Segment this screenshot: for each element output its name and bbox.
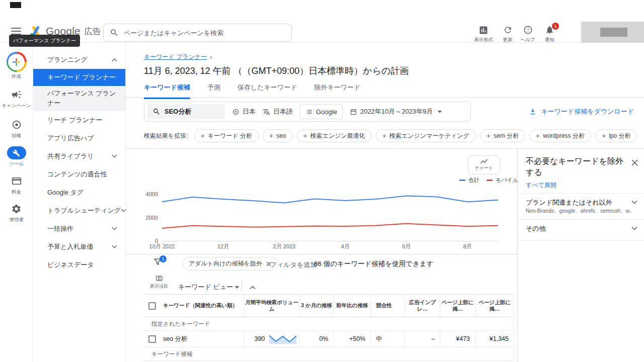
- sidebar-item-app-ads-hub[interactable]: アプリ広告ハブ: [33, 129, 125, 147]
- global-search[interactable]: [103, 24, 292, 42]
- chevron-down-icon: [112, 227, 117, 230]
- col-yoy[interactable]: 前年比の推移: [333, 295, 370, 317]
- display-format-button[interactable]: 表示形式: [472, 25, 495, 43]
- expand-chip[interactable]: +lpo 分析: [595, 129, 637, 142]
- sidebar-item-business-data[interactable]: ビジネスデータ: [33, 256, 125, 274]
- rail-item-goals[interactable]: 目標: [0, 119, 33, 139]
- gear-icon: [11, 204, 22, 214]
- rail-item-admin[interactable]: 管理者: [0, 204, 33, 223]
- add-filter-button[interactable]: フィルタを追加: [270, 260, 317, 269]
- refine-group-brand[interactable]: ブランド関連またはそれ以外 Non-Brands、google、ahrefs、s…: [518, 198, 644, 218]
- table-header-row: キーワード（関連性の高い順） 月間平均検索ボリューム 3 か月の推移 前年比の推…: [143, 294, 514, 317]
- section-keyword-ideas: キーワード候補: [143, 347, 514, 361]
- cell-3-month: 0%: [299, 331, 334, 347]
- notification-badge: 1: [552, 23, 559, 30]
- date-range-selector[interactable]: 2022年10月～2023年9月: [350, 107, 442, 116]
- col-top-high[interactable]: ページ上部に掲…: [475, 295, 514, 317]
- svg-text:?: ?: [527, 28, 529, 33]
- keyword-search-input[interactable]: [165, 108, 220, 116]
- line-chart-icon: [480, 159, 488, 164]
- search-icon: [152, 108, 160, 116]
- rail-item-billing[interactable]: 料金: [0, 175, 33, 195]
- expand-chip[interactable]: +wordpress 分析: [529, 129, 591, 142]
- breadcrumb: キーワード プランナー ›: [144, 53, 212, 61]
- expand-chip[interactable]: +検索エンジンマーケティング: [376, 129, 476, 142]
- sidebar-section-bulk-actions[interactable]: 一括操作: [33, 220, 125, 238]
- chevron-down-icon: [112, 154, 117, 158]
- expand-chip[interactable]: +検索エンジン最適化: [297, 129, 372, 142]
- download-button[interactable]: キーワード候補をダウンロード: [529, 107, 634, 116]
- expand-chip[interactable]: +seo: [263, 129, 293, 142]
- x-axis-tick: 4月: [341, 243, 350, 250]
- legend-total[interactable]: 合計: [459, 176, 479, 184]
- view-selector[interactable]: キーワード ビュー: [178, 283, 239, 292]
- sidebar-item-reach-planner[interactable]: リーチ プランナー: [33, 111, 125, 129]
- sidebar-section-planning[interactable]: プランニング: [33, 51, 125, 69]
- panel-divider: [518, 193, 644, 194]
- sidebar-section-shared-library[interactable]: 共有ライブラリ: [33, 147, 125, 165]
- billing-card-icon: [11, 175, 22, 187]
- sidebar-item-performance-planner[interactable]: パフォーマンス プランナー: [33, 86, 125, 111]
- menu-icon[interactable]: [11, 28, 21, 35]
- panel-divider: [518, 219, 644, 220]
- refine-group-other[interactable]: その他: [518, 224, 644, 238]
- rail-item-campaigns[interactable]: キャンペーン: [0, 89, 33, 109]
- col-top-low[interactable]: ページ上部に掲…: [440, 295, 475, 317]
- legend-mobile[interactable]: モバイル: [487, 176, 518, 184]
- help-button[interactable]: ? ヘルプ: [516, 25, 539, 43]
- y-axis-tick: 2000: [136, 215, 158, 221]
- expand-results-row: 検索結果を拡張: +キーワード 分析 +seo +検索エンジン最適化 +検索エン…: [144, 129, 637, 142]
- close-icon[interactable]: [631, 159, 638, 168]
- columns-button[interactable]: 表示項目: [149, 275, 169, 290]
- sidebar-section-budget-bids[interactable]: 予算と入札単価: [33, 238, 125, 256]
- chevron-down-icon: [631, 226, 637, 230]
- col-keyword[interactable]: キーワード（関連性の高い順）: [161, 295, 244, 317]
- sidebar-item-content-suitability[interactable]: コンテンツの適合性: [33, 165, 125, 184]
- breadcrumb-separator-icon: ›: [210, 54, 212, 61]
- download-icon: [529, 108, 537, 116]
- collapse-chart-button[interactable]: [250, 283, 256, 292]
- sidebar-item-google-tag[interactable]: Google タグ: [33, 184, 125, 202]
- network-selector[interactable]: Google: [300, 104, 343, 119]
- global-search-input[interactable]: [124, 29, 275, 37]
- language-selector[interactable]: 日本語: [263, 107, 293, 116]
- row-checkbox[interactable]: [148, 335, 156, 343]
- refine-keywords-panel: 不必要なキーワードを除外する すべて展開 ブランド関連またはそれ以外 Non-B…: [517, 149, 644, 362]
- result-count: 86 個のキーワード候補を使用できます: [314, 259, 434, 268]
- chart-toggle-button[interactable]: チャート: [468, 155, 500, 174]
- legend-swatch-total: [459, 179, 465, 181]
- breadcrumb-link[interactable]: キーワード プランナー: [144, 53, 207, 61]
- panel-divider: [518, 240, 644, 241]
- cell-impression-share: –: [405, 331, 440, 347]
- notifications-button[interactable]: 通知 1: [538, 25, 561, 43]
- tab-divider: [126, 97, 644, 98]
- chevron-down-icon: [631, 200, 637, 204]
- plus-icon: +: [269, 132, 273, 140]
- vertical-separator: [242, 280, 242, 293]
- col-3-month[interactable]: 3 か月の推移: [299, 295, 334, 317]
- search-icon: [110, 28, 119, 37]
- sidebar-item-keyword-planner[interactable]: キーワード プランナー: [33, 69, 125, 86]
- expand-chip[interactable]: +キーワード 分析: [194, 129, 259, 142]
- account-area-redacted[interactable]: [581, 22, 644, 43]
- rail-item-tools[interactable]: ツール: [0, 146, 33, 167]
- col-impression-share[interactable]: 広告インプレ…: [405, 295, 440, 317]
- legend-swatch-mobile: [487, 179, 493, 181]
- col-avg-searches[interactable]: 月間平均検索ボリューム: [244, 295, 299, 317]
- location-selector[interactable]: 日本: [232, 107, 256, 116]
- select-all-checkbox[interactable]: [148, 302, 156, 310]
- expand-all-link[interactable]: すべて展開: [526, 181, 556, 190]
- brand-suffix: 広告: [84, 26, 101, 37]
- col-competition[interactable]: 競合性: [370, 295, 405, 317]
- expand-chip[interactable]: +sem 分析: [480, 129, 525, 142]
- google-ads-keyword-planner: Google 広告 表示形式 更新 ? ヘルプ: [0, 0, 644, 362]
- active-filter-chip[interactable]: アダルト向けの候補を除外: [182, 257, 278, 270]
- keyword-search-field[interactable]: [147, 104, 225, 119]
- create-button[interactable]: 作成: [0, 52, 33, 79]
- sidebar: プランニング キーワード プランナー パフォーマンス プランナー リーチ プラン…: [33, 43, 126, 362]
- tooltip: パフォーマンス プランナー: [9, 35, 80, 47]
- section-provided-keywords: 指定されたキーワード: [143, 317, 514, 331]
- filter-button[interactable]: 1: [153, 257, 166, 269]
- help-icon: ?: [516, 25, 539, 35]
- sidebar-section-troubleshooting[interactable]: トラブルシューティング: [33, 202, 125, 220]
